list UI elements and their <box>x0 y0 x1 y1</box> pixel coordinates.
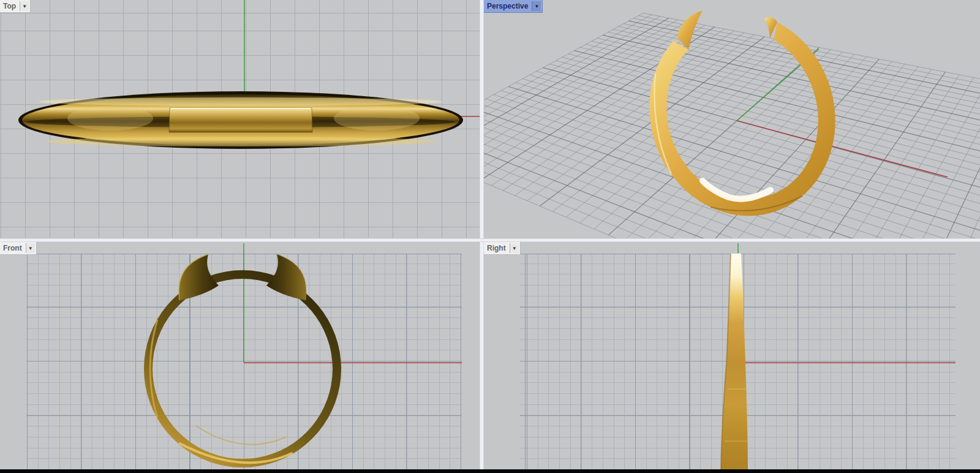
ring-front-view <box>144 254 341 467</box>
viewport-perspective[interactable]: Perspective ▼ <box>484 0 980 238</box>
right-view-canvas <box>484 242 980 469</box>
ring-right-view <box>721 254 748 469</box>
ring-perspective-view <box>649 10 835 216</box>
right-view-axes <box>738 243 956 363</box>
viewport-tab-right[interactable]: Right ▼ <box>484 242 521 255</box>
front-view-axes <box>244 243 462 363</box>
viewport-top[interactable]: Top ▼ <box>0 0 480 238</box>
viewport-tab-label[interactable]: Right <box>484 244 510 252</box>
front-view-canvas <box>0 242 480 469</box>
viewport-tab-label[interactable]: Perspective <box>484 2 532 10</box>
top-view-canvas <box>0 0 480 238</box>
perspective-canvas <box>484 0 980 238</box>
bottom-edge-bar <box>0 469 980 473</box>
dropdown-arrow-icon[interactable]: ▼ <box>26 243 35 253</box>
viewport-tab-top[interactable]: Top ▼ <box>0 0 31 13</box>
viewport-tab-front[interactable]: Front ▼ <box>0 242 37 255</box>
viewport-tab-label[interactable]: Front <box>0 244 26 252</box>
ring-top-view <box>18 91 463 149</box>
viewport-right[interactable]: Right ▼ <box>484 242 980 469</box>
viewport-divider-vertical[interactable] <box>480 0 484 469</box>
dropdown-arrow-icon[interactable]: ▼ <box>532 1 541 11</box>
dropdown-arrow-icon[interactable]: ▼ <box>510 243 519 253</box>
viewport-tab-perspective[interactable]: Perspective ▼ <box>484 0 543 13</box>
dropdown-arrow-icon[interactable]: ▼ <box>20 1 29 11</box>
viewport-tab-label[interactable]: Top <box>0 2 20 10</box>
viewport-front[interactable]: Front ▼ <box>0 242 480 469</box>
